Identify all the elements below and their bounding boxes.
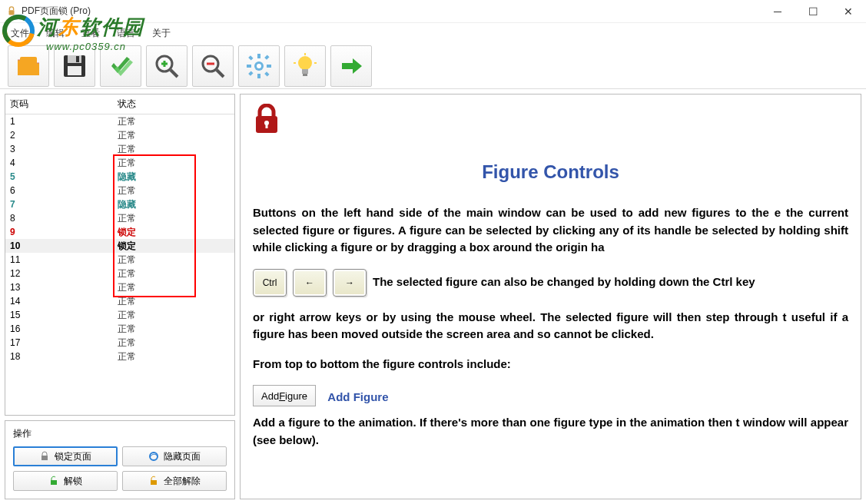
cell-status: 正常 — [113, 129, 234, 142]
table-row[interactable]: 8正常 — [5, 211, 234, 225]
zoom-out-icon — [199, 52, 227, 80]
zoom-in-button[interactable] — [146, 45, 187, 87]
cell-status: 隐藏 — [113, 198, 234, 211]
zoom-out-button[interactable] — [192, 45, 234, 87]
add-figure-button[interactable]: Add Figure — [253, 385, 316, 406]
hide-icon — [148, 451, 159, 462]
table-row[interactable]: 9锁定 — [5, 225, 234, 239]
lock-page-button[interactable]: 锁定页面 — [13, 446, 118, 466]
cell-page: 11 — [5, 254, 113, 265]
table-row[interactable]: 14正常 — [5, 294, 234, 308]
svg-rect-4 — [20, 57, 37, 72]
svg-rect-32 — [41, 456, 48, 460]
right-arrow-key-icon: → — [333, 269, 367, 297]
hint-button[interactable] — [284, 45, 326, 87]
lock-icon — [39, 451, 50, 462]
svg-rect-38 — [266, 124, 268, 128]
lock-large-icon — [253, 104, 280, 134]
table-row[interactable]: 11正常 — [5, 253, 234, 267]
table-row[interactable]: 13正常 — [5, 280, 234, 294]
cell-status: 正常 — [113, 184, 234, 197]
table-row[interactable]: 18正常 — [5, 350, 234, 363]
next-button[interactable] — [330, 45, 372, 87]
table-row[interactable]: 3正常 — [5, 142, 234, 156]
svg-rect-22 — [264, 71, 269, 76]
settings-button[interactable] — [238, 45, 280, 87]
folder-icon — [15, 52, 42, 80]
menu-about[interactable]: 关于 — [144, 24, 178, 43]
maximize-button[interactable]: ☐ — [795, 0, 831, 23]
cell-page: 1 — [5, 116, 113, 127]
check-icon — [107, 52, 134, 80]
cell-page: 18 — [5, 351, 113, 362]
svg-rect-21 — [248, 55, 253, 60]
unlock-button[interactable]: 解锁 — [13, 471, 118, 491]
doc-paragraph-3: From top to bottom the figure controls i… — [253, 356, 848, 373]
table-row[interactable]: 2正常 — [5, 128, 234, 142]
zoom-in-icon — [153, 52, 181, 80]
cell-status: 正常 — [113, 157, 234, 170]
svg-rect-20 — [267, 65, 271, 68]
table-row[interactable]: 10锁定 — [5, 239, 234, 253]
cell-status: 正常 — [113, 295, 234, 308]
header-page[interactable]: 页码 — [5, 94, 113, 114]
key-row: Ctrl ← → The selected figure can also be… — [253, 269, 848, 297]
table-row[interactable]: 6正常 — [5, 184, 234, 197]
window-controls: ─ ☐ ✕ — [760, 0, 866, 23]
cell-page: 12 — [5, 268, 113, 279]
cell-page: 7 — [5, 199, 113, 210]
minimize-button[interactable]: ─ — [760, 0, 795, 23]
cell-page: 8 — [5, 213, 113, 224]
table-row[interactable]: 15正常 — [5, 308, 234, 322]
ctrl-key-icon: Ctrl — [253, 269, 287, 297]
save-icon — [61, 52, 88, 80]
cell-status: 正常 — [113, 281, 234, 294]
svg-rect-7 — [76, 56, 79, 62]
table-row[interactable]: 7隐藏 — [5, 197, 234, 211]
svg-rect-18 — [257, 74, 260, 78]
svg-rect-28 — [303, 74, 307, 76]
watermark-text-suffix: 软件园 — [80, 15, 144, 38]
svg-rect-8 — [68, 66, 81, 75]
table-row[interactable]: 12正常 — [5, 267, 234, 280]
svg-rect-35 — [151, 480, 157, 485]
cell-status: 正常 — [113, 309, 234, 322]
watermark-logo-icon — [2, 14, 38, 48]
watermark-text-orange: 东 — [58, 15, 80, 38]
preview-panel[interactable]: Figure Controls Buttons on the left hand… — [240, 94, 861, 499]
svg-point-25 — [257, 64, 261, 68]
table-row[interactable]: 17正常 — [5, 336, 234, 350]
svg-point-26 — [298, 56, 312, 70]
page-list-panel: 页码 状态 1正常2正常3正常4正常5隐藏6正常7隐藏8正常9锁定10锁定11正… — [5, 94, 235, 416]
unlock-all-button[interactable]: 全部解除 — [122, 471, 227, 491]
list-body[interactable]: 1正常2正常3正常4正常5隐藏6正常7隐藏8正常9锁定10锁定11正常12正常1… — [5, 114, 234, 415]
add-figure-subtitle: Add Figure — [327, 390, 388, 403]
table-row[interactable]: 5隐藏 — [5, 170, 234, 184]
table-row[interactable]: 1正常 — [5, 114, 234, 128]
arrow-right-icon — [337, 52, 365, 80]
cell-page: 9 — [5, 227, 113, 237]
cell-status: 正常 — [113, 350, 234, 363]
unlock-all-icon — [148, 476, 159, 486]
svg-rect-27 — [302, 69, 308, 74]
svg-rect-6 — [68, 55, 81, 63]
cell-status: 正常 — [113, 267, 234, 280]
cell-status: 正常 — [113, 337, 234, 350]
cell-page: 2 — [5, 130, 113, 141]
hide-page-button[interactable]: 隐藏页面 — [122, 446, 227, 466]
main-area: 页码 状态 1正常2正常3正常4正常5隐藏6正常7隐藏8正常9锁定10锁定11正… — [0, 89, 866, 504]
cell-status: 正常 — [113, 254, 234, 267]
cell-page: 4 — [5, 158, 113, 168]
left-arrow-key-icon: ← — [293, 269, 327, 297]
doc-heading: Figure Controls — [253, 161, 848, 183]
table-row[interactable]: 4正常 — [5, 156, 234, 170]
cell-status: 锁定 — [113, 240, 234, 253]
close-button[interactable]: ✕ — [831, 0, 866, 23]
actions-title: 操作 — [13, 427, 227, 440]
cell-status: 隐藏 — [113, 171, 234, 184]
header-status[interactable]: 状态 — [113, 94, 234, 114]
cell-page: 15 — [5, 310, 113, 320]
cell-page: 10 — [5, 240, 113, 251]
cell-page: 17 — [5, 337, 113, 348]
table-row[interactable]: 16正常 — [5, 322, 234, 336]
